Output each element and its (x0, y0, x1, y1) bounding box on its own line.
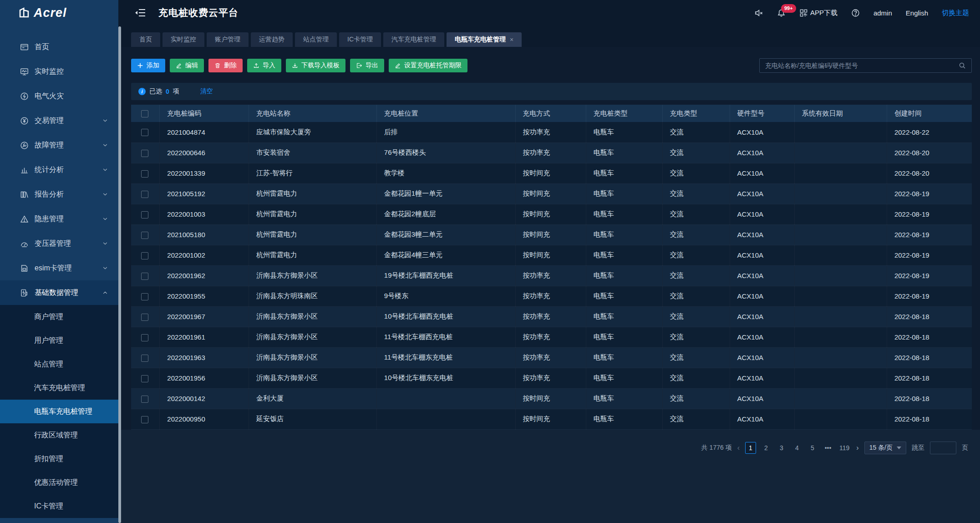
select-all-checkbox[interactable] (141, 110, 148, 117)
cell-charge_type: 交流 (662, 409, 730, 429)
sidebar-scrollbar[interactable] (118, 26, 121, 523)
tab-car-charger-mgmt[interactable]: 汽车充电桩管理 (383, 32, 444, 47)
table-row[interactable]: 2022000646市安装宿舍76号楼西楼头按功率充电瓶车交流ACX10A202… (131, 142, 972, 163)
sidebar-item-user-mgmt[interactable]: 用户管理 (0, 329, 118, 352)
tab-account-mgmt[interactable]: 账户管理 (207, 32, 249, 47)
table-row[interactable]: 2022001956沂南县东方御景小区10号楼北车棚东充电桩按功率充电瓶车交流A… (131, 368, 972, 388)
page-number[interactable]: 3 (776, 442, 787, 454)
table-row[interactable]: 2022000142金利大厦按时间充电瓶车交流ACX10A2022-08-18 (131, 388, 972, 409)
sidebar-item-base-data-mgmt[interactable]: 基础数据管理 (0, 280, 118, 305)
tab-operation-trend[interactable]: 运营趋势 (251, 32, 293, 47)
row-checkbox[interactable] (141, 232, 148, 239)
row-checkbox[interactable] (141, 191, 148, 198)
cell-mode: 按时间充 (515, 224, 586, 245)
close-icon[interactable]: × (510, 36, 513, 43)
tab-site-mgmt[interactable]: 站点管理 (295, 32, 337, 47)
notification-badge: 99+ (781, 4, 796, 13)
sidebar-item-merchant-mgmt[interactable]: 商户管理 (0, 305, 118, 329)
table-row[interactable]: 2021005192杭州雷霆电力金都花园1幢一单元按时间充电瓶车交流ACX10A… (131, 183, 972, 204)
sidebar-item-admin-region-mgmt[interactable]: 行政区域管理 (0, 423, 118, 447)
table-row[interactable]: 2022001955沂南县东方明珠南区9号楼东按功率充电瓶车交流ACX10A20… (131, 286, 972, 306)
sidebar-item-ic-card-mgmt[interactable]: IC卡管理 (0, 494, 118, 518)
qrcode-icon (799, 9, 808, 17)
volume-mute-icon[interactable] (755, 9, 763, 17)
sidebar-item-site-mgmt[interactable]: 站点管理 (0, 352, 118, 376)
help-icon[interactable] (851, 9, 860, 17)
sidebar-item-fault-mgmt[interactable]: 故障管理 (0, 133, 118, 157)
submenu-base-data-mgmt: 商户管理用户管理站点管理汽车充电桩管理电瓶车充电桩管理行政区域管理折扣管理优惠活… (0, 305, 118, 518)
tab-realtime-monitor[interactable]: 实时监控 (162, 32, 204, 47)
add-button[interactable]: 添加 (131, 59, 165, 72)
page-size-select[interactable]: 15 条/页 (864, 442, 906, 454)
sidebar-item-discount-mgmt[interactable]: 折扣管理 (0, 447, 118, 471)
import-button[interactable]: 导入 (247, 59, 281, 72)
row-checkbox[interactable] (141, 334, 148, 341)
row-checkbox[interactable] (141, 314, 148, 321)
chevron-right-icon[interactable]: › (856, 444, 858, 452)
tab-ebike-charger-mgmt[interactable]: 电瓶车充电桩管理× (447, 32, 522, 47)
table-row[interactable]: 2022001339江苏-智将行教学楼按时间充电瓶车交流ACX10A2022-0… (131, 163, 972, 183)
cell-location: 金都花园3幢二单元 (376, 224, 515, 245)
footer-area: 共 1776 项 ‹ 12345•••119 › 15 条/页 跳至 页 (118, 430, 980, 523)
sidebar-item-stats-analysis[interactable]: 统计分析 (0, 157, 118, 182)
row-checkbox[interactable] (141, 150, 148, 157)
sidebar-item-home[interactable]: 首页 (0, 35, 118, 59)
row-checkbox[interactable] (141, 416, 148, 423)
sidebar-item-hazard-mgmt[interactable]: 隐患管理 (0, 207, 118, 231)
table-row[interactable]: 2022000950延安饭店按时间充电瓶车交流ACX10A2022-08-18 (131, 409, 972, 429)
edit-icon (176, 62, 182, 69)
language-switch[interactable]: English (906, 9, 928, 17)
table-row[interactable]: 2022001002杭州雷霆电力金都花园4幢三单元按时间充电瓶车交流ACX10A… (131, 245, 972, 265)
chevron-left-icon[interactable]: ‹ (737, 444, 740, 452)
page-number[interactable]: 5 (807, 442, 818, 454)
theme-toggle-link[interactable]: 切换主题 (942, 9, 969, 17)
table-row[interactable]: 2022001961沂南县东方御景小区11号楼北车棚西充电桩按功率充电瓶车交流A… (131, 327, 972, 347)
notifications-bell[interactable]: 99+ (777, 9, 786, 17)
tab-ic-card-mgmt[interactable]: IC卡管理 (339, 32, 381, 47)
row-checkbox[interactable] (141, 211, 148, 218)
row-checkbox[interactable] (141, 170, 148, 178)
table-row[interactable]: 2022001003杭州雷霆电力金都花园2幢底层按时间充电瓶车交流ACX10A2… (131, 204, 972, 224)
sidebar-item-esim-card-mgmt[interactable]: esim卡管理 (0, 256, 118, 280)
row-checkbox[interactable] (141, 293, 148, 300)
cell-charge_type: 交流 (662, 224, 730, 245)
clear-selection-link[interactable]: 清空 (200, 87, 213, 96)
table-row[interactable]: 2022001967沂南县东方御景小区10号楼北车棚西充电桩按功率充电瓶车交流A… (131, 306, 972, 327)
row-checkbox[interactable] (141, 396, 148, 403)
table-row[interactable]: 2021004874应城市保险大厦旁后排按功率充电瓶车交流ACX10A2022-… (131, 122, 972, 142)
table-row[interactable]: 2021005180杭州雷霆电力金都花园3幢二单元按时间充电瓶车交流ACX10A… (131, 224, 972, 245)
username[interactable]: admin (873, 9, 892, 17)
stats-icon (20, 166, 29, 174)
delete-button[interactable]: 删除 (208, 59, 243, 72)
download-template-button[interactable]: 下载导入模板 (286, 59, 345, 72)
collapse-menu-icon[interactable] (135, 8, 146, 18)
sidebar-item-transformer-mgmt[interactable]: 变压器管理 (0, 231, 118, 256)
page-number[interactable]: 2 (761, 442, 772, 454)
table-row[interactable]: 2022001963沂南县东方御景小区11号楼北车棚东充电桩按功率充电瓶车交流A… (131, 347, 972, 368)
page-number[interactable]: 119 (838, 442, 851, 454)
export-button[interactable]: 导出 (350, 59, 384, 72)
page-number[interactable]: 1 (745, 442, 756, 454)
row-checkbox[interactable] (141, 355, 148, 362)
app-download-link[interactable]: APP下载 (799, 9, 838, 17)
sidebar-item-report-analysis[interactable]: 报告分析 (0, 182, 118, 207)
jump-page-input[interactable] (930, 442, 956, 454)
tab-home[interactable]: 首页 (131, 32, 160, 47)
sidebar-item-ebike-charger-mgmt[interactable]: 电瓶车充电桩管理 (0, 400, 118, 423)
page-ellipsis[interactable]: ••• (823, 442, 833, 454)
row-checkbox[interactable] (141, 252, 148, 259)
set-trustee-period-button[interactable]: 设置充电桩托管期限 (389, 59, 467, 72)
sidebar-item-transaction-mgmt[interactable]: 交易管理 (0, 108, 118, 133)
page-number[interactable]: 4 (792, 442, 802, 454)
search-input[interactable] (765, 62, 959, 69)
row-checkbox[interactable] (141, 375, 148, 382)
sidebar-item-realtime-monitor[interactable]: 实时监控 (0, 59, 118, 84)
edit-button[interactable]: 编辑 (170, 59, 204, 72)
search-icon[interactable] (959, 62, 966, 69)
row-checkbox[interactable] (141, 129, 148, 136)
sidebar-item-promo-activity-mgmt[interactable]: 优惠活动管理 (0, 471, 118, 494)
sidebar-item-car-charger-mgmt[interactable]: 汽车充电桩管理 (0, 376, 118, 400)
table-row[interactable]: 2022001962沂南县东方御景小区19号楼北车棚西充电桩按功率充电瓶车交流A… (131, 265, 972, 286)
sidebar-item-electric-fire[interactable]: 电气火灾 (0, 84, 118, 108)
row-checkbox[interactable] (141, 273, 148, 280)
